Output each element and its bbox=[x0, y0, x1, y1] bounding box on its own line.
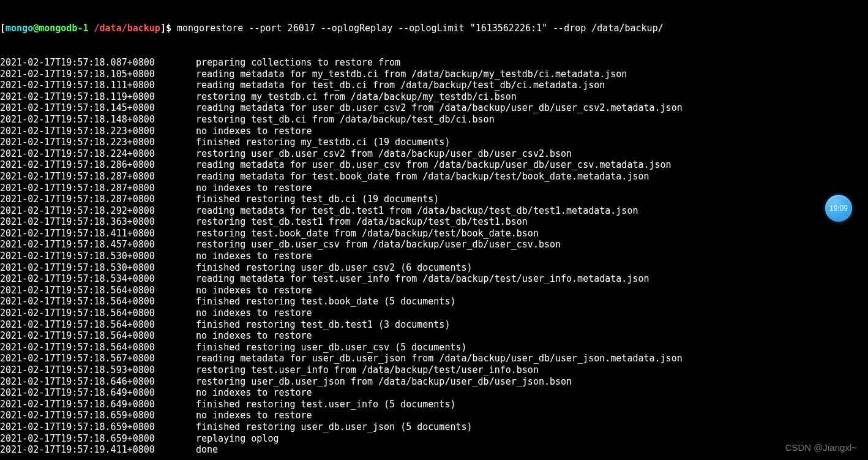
prompt-host: mongodb-1 bbox=[39, 23, 88, 34]
log-line: 2021-02-17T19:57:18.567+0800reading meta… bbox=[0, 353, 868, 364]
log-message: no indexes to restore bbox=[196, 330, 312, 341]
log-timestamp: 2021-02-17T19:57:18.593+0800 bbox=[0, 364, 196, 376]
clock-time: 19:09 bbox=[829, 203, 848, 214]
log-timestamp: 2021-02-17T19:57:18.659+0800 bbox=[0, 433, 196, 445]
log-timestamp: 2021-02-17T19:57:18.287+0800 bbox=[0, 194, 196, 205]
prompt-open-bracket: [ bbox=[0, 23, 6, 34]
log-line: 2021-02-17T19:57:18.564+0800no indexes t… bbox=[0, 330, 868, 342]
prompt-dollar: $ bbox=[166, 23, 171, 34]
log-line: 2021-02-17T19:57:18.659+0800no indexes t… bbox=[0, 410, 868, 421]
log-message: reading metadata for test.user_info from… bbox=[196, 273, 649, 284]
log-line: 2021-02-17T19:57:18.659+0800finished res… bbox=[0, 421, 868, 433]
log-message: no indexes to restore bbox=[196, 285, 312, 296]
prompt-line[interactable]: [mongo@mongodb-1 /data/backup]$ mongores… bbox=[0, 23, 868, 34]
log-message: reading metadata for user_db.user_json f… bbox=[196, 353, 683, 364]
log-line: 2021-02-17T19:57:18.457+0800restoring us… bbox=[0, 239, 868, 251]
prompt-space bbox=[89, 23, 94, 34]
log-message: no indexes to restore bbox=[196, 126, 312, 137]
log-timestamp: 2021-02-17T19:57:18.530+0800 bbox=[0, 251, 196, 262]
terminal-output[interactable]: [mongo@mongodb-1 /data/backup]$ mongores… bbox=[0, 0, 868, 460]
log-timestamp: 2021-02-17T19:57:18.119+0800 bbox=[0, 91, 196, 103]
log-message: restoring user_db.user_json from /data/b… bbox=[196, 376, 572, 387]
log-timestamp: 2021-02-17T19:57:18.457+0800 bbox=[0, 239, 196, 251]
log-line: 2021-02-17T19:57:18.292+0800reading meta… bbox=[0, 205, 868, 217]
watermark-text: CSDN @Jiangxl~ bbox=[785, 442, 857, 454]
log-timestamp: 2021-02-17T19:57:18.564+0800 bbox=[0, 307, 196, 319]
log-timestamp: 2021-02-17T19:57:18.534+0800 bbox=[0, 273, 196, 285]
log-line: 2021-02-17T19:57:18.287+0800no indexes t… bbox=[0, 183, 868, 194]
log-timestamp: 2021-02-17T19:57:18.363+0800 bbox=[0, 216, 196, 228]
log-message: reading metadata for test_db.ci from /da… bbox=[196, 80, 605, 91]
command: mongorestore --port 26017 --oplogReplay … bbox=[177, 23, 664, 34]
log-line: 2021-02-17T19:57:18.659+0800replaying op… bbox=[0, 433, 868, 445]
log-line: 2021-02-17T19:57:18.223+0800finished res… bbox=[0, 137, 868, 148]
log-timestamp: 2021-02-17T19:57:18.564+0800 bbox=[0, 342, 196, 353]
log-line: 2021-02-17T19:57:18.593+0800restoring te… bbox=[0, 364, 868, 376]
log-message: no indexes to restore bbox=[196, 251, 312, 262]
log-message: restoring test_db.ci from /data/backup/t… bbox=[196, 114, 495, 125]
log-line: 2021-02-17T19:57:18.564+0800finished res… bbox=[0, 296, 868, 307]
log-line: 2021-02-17T19:57:18.649+0800no indexes t… bbox=[0, 387, 868, 399]
log-message: reading metadata for my_testdb.ci from /… bbox=[196, 69, 627, 80]
log-timestamp: 2021-02-17T19:57:18.646+0800 bbox=[0, 376, 196, 388]
log-message: restoring user_db.user_csv2 from /data/b… bbox=[196, 148, 572, 159]
log-message: finished restoring test.book_date (5 doc… bbox=[196, 296, 455, 307]
log-timestamp: 2021-02-17T19:57:18.530+0800 bbox=[0, 262, 196, 274]
log-message: restoring user_db.user_csv from /data/ba… bbox=[196, 239, 561, 250]
log-message: reading metadata for user_db.user_csv2 f… bbox=[196, 102, 683, 113]
log-timestamp: 2021-02-17T19:57:18.287+0800 bbox=[0, 171, 196, 183]
log-timestamp: 2021-02-17T19:57:18.292+0800 bbox=[0, 205, 196, 217]
log-timestamp: 2021-02-17T19:57:18.659+0800 bbox=[0, 410, 196, 421]
log-message: finished restoring test_db.ci (19 docume… bbox=[196, 194, 439, 205]
log-message: reading metadata for user_db.user_csv fr… bbox=[196, 159, 672, 170]
log-message: preparing collections to restore from bbox=[196, 57, 400, 68]
log-message: finished restoring user_db.user_csv (5 d… bbox=[196, 342, 467, 353]
log-timestamp: 2021-02-17T19:57:18.564+0800 bbox=[0, 296, 196, 307]
prompt-path: /data/backup bbox=[94, 23, 160, 34]
log-timestamp: 2021-02-17T19:57:18.224+0800 bbox=[0, 148, 196, 160]
log-timestamp: 2021-02-17T19:57:18.564+0800 bbox=[0, 285, 196, 296]
command-text bbox=[171, 23, 177, 34]
log-line: 2021-02-17T19:57:18.534+0800reading meta… bbox=[0, 273, 868, 285]
log-timestamp: 2021-02-17T19:57:18.223+0800 bbox=[0, 126, 196, 137]
log-timestamp: 2021-02-17T19:57:18.287+0800 bbox=[0, 183, 196, 194]
log-message: finished restoring user_db.user_json (5 … bbox=[196, 421, 473, 432]
prompt-user: mongo bbox=[6, 23, 33, 34]
log-message: restoring test_db.test1 from /data/backu… bbox=[196, 216, 528, 227]
log-timestamp: 2021-02-17T19:57:18.105+0800 bbox=[0, 69, 196, 80]
log-timestamp: 2021-02-17T19:57:18.148+0800 bbox=[0, 114, 196, 126]
log-line: 2021-02-17T19:57:18.646+0800restoring us… bbox=[0, 376, 868, 388]
log-timestamp: 2021-02-17T19:57:18.649+0800 bbox=[0, 399, 196, 410]
log-message: restoring my_testdb.ci from /data/backup… bbox=[196, 91, 517, 102]
log-line: 2021-02-17T19:57:18.287+0800reading meta… bbox=[0, 171, 868, 183]
log-line: 2021-02-17T19:57:18.224+0800restoring us… bbox=[0, 148, 868, 160]
log-line: 2021-02-17T19:57:18.223+0800no indexes t… bbox=[0, 126, 868, 137]
log-line: 2021-02-17T19:57:19.411+0800done bbox=[0, 444, 868, 456]
log-message: reading metadata for test.book_date from… bbox=[196, 171, 649, 182]
clock-widget[interactable]: 19:09 bbox=[825, 195, 852, 222]
log-message: done bbox=[196, 444, 218, 455]
log-timestamp: 2021-02-17T19:57:18.111+0800 bbox=[0, 80, 196, 91]
log-line: 2021-02-17T19:57:18.530+0800finished res… bbox=[0, 262, 868, 274]
log-line: 2021-02-17T19:57:18.363+0800restoring te… bbox=[0, 216, 868, 228]
log-line: 2021-02-17T19:57:18.087+0800preparing co… bbox=[0, 57, 868, 69]
log-line: 2021-02-17T19:57:18.649+0800finished res… bbox=[0, 399, 868, 410]
log-message: finished restoring user_db.user_csv2 (6 … bbox=[196, 262, 473, 273]
log-message: no indexes to restore bbox=[196, 307, 312, 319]
log-timestamp: 2021-02-17T19:57:18.223+0800 bbox=[0, 137, 196, 148]
log-line: 2021-02-17T19:57:18.411+0800restoring te… bbox=[0, 228, 868, 239]
log-timestamp: 2021-02-17T19:57:18.145+0800 bbox=[0, 102, 196, 114]
log-timestamp: 2021-02-17T19:57:18.564+0800 bbox=[0, 319, 196, 331]
log-line: 2021-02-17T19:57:18.286+0800reading meta… bbox=[0, 159, 868, 171]
log-line: 2021-02-17T19:57:18.105+0800reading meta… bbox=[0, 69, 868, 80]
log-message: reading metadata for test_db.test1 from … bbox=[196, 205, 638, 216]
log-timestamp: 2021-02-17T19:57:18.286+0800 bbox=[0, 159, 196, 171]
log-line: 2021-02-17T19:57:18.564+0800finished res… bbox=[0, 342, 868, 353]
prompt-at: @ bbox=[33, 23, 39, 34]
log-line: 2021-02-17T19:57:18.145+0800reading meta… bbox=[0, 102, 868, 114]
log-line: 2021-02-17T19:57:18.564+0800finished res… bbox=[0, 319, 868, 331]
log-message: no indexes to restore bbox=[196, 387, 312, 398]
prompt-close-bracket: ] bbox=[160, 23, 166, 34]
log-message: replaying oplog bbox=[196, 433, 279, 444]
log-timestamp: 2021-02-17T19:57:19.411+0800 bbox=[0, 444, 196, 456]
